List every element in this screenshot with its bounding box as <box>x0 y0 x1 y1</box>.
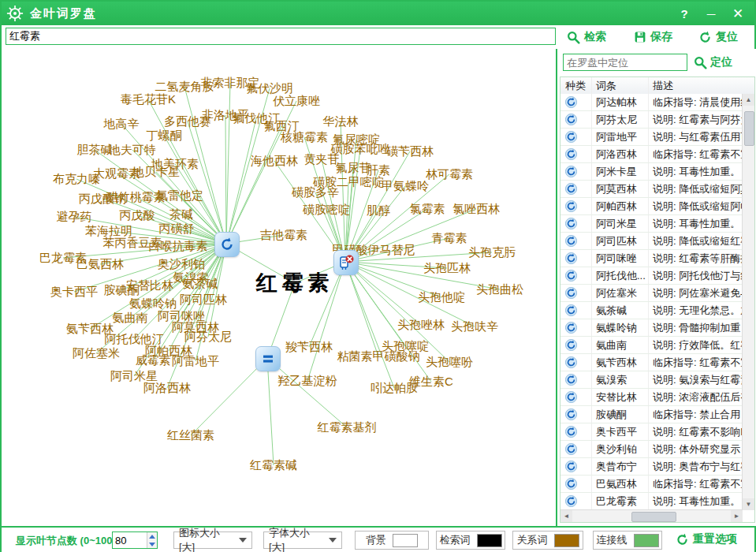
table-row[interactable]: 阿司咪唑说明: 红霉素等肝酶抑. <box>560 250 743 267</box>
table-row[interactable]: 阿雷地平说明: 与红霉素伍用可. <box>560 129 743 146</box>
graph-node-label[interactable]: 林可霉素 <box>426 167 473 181</box>
table-row[interactable]: 奥昔布宁说明: 奥昔布宁与红霉. <box>560 458 743 476</box>
relation-word-color-swatch[interactable] <box>554 534 579 547</box>
scroll-down-icon[interactable]: ▼ <box>743 498 754 510</box>
reset-button[interactable]: 复位 <box>698 27 738 47</box>
graph-node-label[interactable]: 吉他霉素 <box>260 228 307 241</box>
graph-node-label[interactable]: 红霉素碱 <box>249 458 297 472</box>
graph-node-label[interactable]: 磺胺嘧啶 <box>303 203 350 216</box>
table-row[interactable]: 胺碘酮临床指导: 禁止合用 <box>560 406 743 423</box>
graph-node-label[interactable]: 海他西林 <box>251 154 298 167</box>
graph-node-label[interactable]: 头孢克肟 <box>468 245 516 259</box>
scroll-up-icon[interactable]: ▲ <box>743 94 754 106</box>
graph-node-label[interactable]: 甲氨蝶呤 <box>382 179 429 192</box>
equivalent-hub-icon[interactable] <box>255 346 281 371</box>
graph-node-label[interactable]: 头孢他啶 <box>418 290 465 304</box>
graph-node-label[interactable]: 维生素C <box>409 375 453 388</box>
help-button[interactable]: ? <box>672 2 696 25</box>
reset-options-button[interactable]: 重置选项 <box>676 532 737 546</box>
graph-node-label[interactable]: 头孢呋辛 <box>451 319 498 333</box>
line-color-swatch[interactable] <box>634 534 659 547</box>
graph-node-label[interactable]: 阿司匹林 <box>180 293 227 306</box>
graph-node-label[interactable]: 红霉素基剂 <box>317 420 377 434</box>
table-row[interactable]: 阿莫西林说明: 降低或缩短阿莫. <box>560 181 743 198</box>
scroll-right-icon[interactable]: ► <box>731 510 743 522</box>
save-button[interactable]: 保存 <box>634 27 672 47</box>
incompatible-hub-icon[interactable] <box>333 250 359 275</box>
graph-node-label[interactable]: 安替比林 <box>126 278 173 292</box>
table-row[interactable]: 奥沙利铂说明: 体外研究显示，. <box>560 441 743 458</box>
graph-node-label[interactable]: 白喉抗毒素 <box>149 239 208 252</box>
search-input[interactable] <box>6 28 556 45</box>
query-word-color-picker[interactable]: 检索词 <box>436 531 505 550</box>
query-word-color-swatch[interactable] <box>477 534 502 547</box>
graph-node-label[interactable]: 丁螺酮 <box>147 129 182 142</box>
spinner-down-icon[interactable] <box>147 540 157 548</box>
graph-node-label[interactable]: 氯雷他定 <box>156 188 203 202</box>
locate-input[interactable] <box>563 54 687 71</box>
graph-node-label[interactable]: 黄夹苷 <box>304 152 340 166</box>
graph-node-label[interactable]: 阿洛西林 <box>143 381 191 394</box>
graph-node-label[interactable]: 氨蝶呤钠 <box>129 297 177 310</box>
graph-node-label[interactable]: 头孢唑林 <box>397 318 445 331</box>
graph-node-label[interactable]: 氟尿苷 <box>336 161 371 174</box>
graph-node-label[interactable]: 地贝卡星 <box>132 165 180 178</box>
table-row[interactable]: 阿米卡星说明: 耳毒性加重。 <box>560 163 743 181</box>
graph-node-label[interactable]: 头孢匹林 <box>423 261 471 274</box>
table-row[interactable]: 阿芬太尼说明: 红霉素与阿芬太. <box>560 111 743 129</box>
graph-node-label[interactable]: 华法林 <box>322 114 359 128</box>
refresh-hub-icon[interactable] <box>214 232 240 257</box>
graph-node-label[interactable]: 氟伏沙明 <box>246 81 293 95</box>
graph-node-label[interactable]: 丙戊酸 <box>120 208 155 222</box>
graph-node-label[interactable]: 氯唑西林 <box>452 202 500 215</box>
leaf-count-spinner[interactable] <box>112 531 158 549</box>
graph-node-label[interactable]: 阿佐塞米 <box>73 346 120 360</box>
table-row[interactable]: 阿洛西林临床指导: 红霉素不宜. <box>560 146 743 163</box>
graph-node-label[interactable]: 地高辛 <box>103 117 140 130</box>
graph-node-label[interactable]: 磺胺苯吡唑 <box>331 142 390 155</box>
table-row[interactable]: 巴龙霉素说明: 耳毒性加重。 <box>560 493 743 510</box>
graph-node-label[interactable]: 核糖霉素 <box>280 130 328 144</box>
graph-node-label[interactable]: 丙磺舒 <box>159 222 195 235</box>
graph-node-label[interactable]: 布克力嗪 <box>53 172 100 185</box>
table-row[interactable]: 氨茶碱说明: 无理化禁忌。加. <box>560 302 743 319</box>
graph-node-label[interactable]: 羧苄西林 <box>285 340 333 353</box>
table-row[interactable]: 氨溴索说明: 氨溴索与红霉素. <box>560 371 743 389</box>
table-row[interactable]: 氨蝶呤钠说明: 骨髓抑制加重，. <box>560 319 743 337</box>
graph-node-label[interactable]: 氨曲南 <box>113 311 148 324</box>
relation-word-color-picker[interactable]: 关系词 <box>512 531 583 550</box>
horizontal-scroll-thumb[interactable] <box>631 512 676 522</box>
scroll-left-icon[interactable]: ◄ <box>560 510 572 522</box>
graph-node-label[interactable]: 胆茶碱 <box>77 143 113 156</box>
graph-node-label[interactable]: 红丝菌素 <box>166 428 214 442</box>
leaf-count-input[interactable] <box>113 532 147 548</box>
table-row[interactable]: 奥卡西平说明: 红霉素不影响M. <box>560 423 743 441</box>
graph-node-label[interactable]: 头孢曲松 <box>476 282 523 296</box>
spinner-up-icon[interactable] <box>147 532 157 540</box>
table-row[interactable]: 氨苄西林临床指导: 红霉素不宜. <box>560 354 743 371</box>
table-row[interactable]: 阿司匹林说明: 降低或缩短红霉. <box>560 233 743 250</box>
graph-node-label[interactable]: 地夫可特 <box>108 143 156 156</box>
table-row[interactable]: 阿达帕林临床指导: 清晨使用红. <box>560 94 743 111</box>
table-row[interactable]: 氨曲南说明: 疗效降低。红霉. <box>560 337 743 354</box>
graph-node-label[interactable]: 氨茶碱 <box>183 277 218 290</box>
graph-node-label[interactable]: 奥卡西平 <box>50 285 98 298</box>
background-color-swatch[interactable] <box>393 534 418 547</box>
graph-node-label[interactable]: 羟乙基淀粉 <box>278 374 337 387</box>
table-row[interactable]: 阿佐塞米说明: 阿佐塞米避免与. <box>560 285 743 302</box>
graph-node-label[interactable]: 伏立康唑 <box>273 94 320 107</box>
font-size-dropdown[interactable]: 字体大小[大] <box>263 531 342 549</box>
graph-node-label[interactable]: 阿雷地平 <box>172 354 219 367</box>
graph-node-label[interactable]: 肌醇 <box>367 203 390 217</box>
vertical-scrollbar[interactable]: ▲ ▼ <box>742 94 754 510</box>
close-button[interactable]: ✕ <box>726 2 750 25</box>
locate-button[interactable]: 定位 <box>694 52 732 73</box>
graph-node-label[interactable]: 丙戊酸钠 <box>79 192 126 205</box>
graph-node-label[interactable]: 巴氨西林 <box>76 257 124 270</box>
graph-node-label[interactable]: 避孕药 <box>57 210 92 223</box>
search-button[interactable]: 检索 <box>567 27 606 47</box>
graph-node-label[interactable]: 粘菌素甲磺酸钠 <box>337 349 420 363</box>
graph-node-label[interactable]: 茶碱 <box>169 207 193 221</box>
table-row[interactable]: 阿托伐他...说明: 阿托伐他汀与红. <box>560 267 743 285</box>
background-color-picker[interactable]: 背景 <box>355 531 429 550</box>
